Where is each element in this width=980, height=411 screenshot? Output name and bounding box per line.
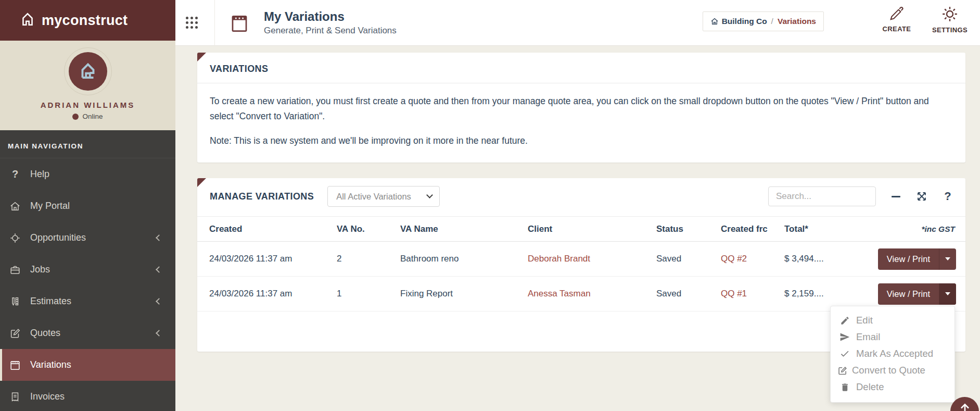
expand-arrows-icon[interactable] bbox=[915, 190, 928, 203]
client-link[interactable]: Anessa Tasman bbox=[528, 289, 591, 298]
menu-item-edit[interactable]: Edit bbox=[831, 312, 954, 329]
col-header-created-from: Created frc bbox=[709, 217, 772, 242]
crosshair-icon bbox=[8, 232, 22, 244]
gear-icon bbox=[940, 5, 959, 23]
settings-label: SETTINGS bbox=[932, 26, 968, 34]
sidebar-item-label: Opportunities bbox=[30, 232, 86, 243]
gst-note: *inc GST bbox=[836, 217, 965, 242]
col-header-created: Created bbox=[197, 217, 325, 242]
table-row: 24/03/2026 11:37 am 2 Bathroom reno Debo… bbox=[197, 242, 965, 277]
sidebar-item-label: Invoices bbox=[30, 391, 65, 402]
help-question-icon[interactable]: ? bbox=[941, 190, 954, 203]
avatar-house-icon bbox=[77, 60, 99, 82]
menu-item-label: Edit bbox=[856, 315, 873, 326]
sidebar-item-estimates[interactable]: Estimates bbox=[0, 285, 175, 317]
apps-grid-icon[interactable] bbox=[186, 17, 198, 29]
caret-down-icon bbox=[945, 257, 950, 260]
created-from-link[interactable]: QQ #2 bbox=[721, 254, 747, 264]
view-print-button: View / Print bbox=[878, 283, 956, 305]
user-panel: ADRIAN WILLIAMS Online bbox=[0, 41, 175, 130]
variations-info-panel: VARIATIONS To create a new variation, yo… bbox=[197, 53, 965, 163]
question-icon: ? bbox=[8, 168, 22, 180]
sidebar-item-invoices[interactable]: Invoices bbox=[0, 381, 175, 411]
cell-va-no: 2 bbox=[325, 242, 388, 277]
cell-status: Saved bbox=[644, 277, 709, 312]
collapse-minus-icon[interactable] bbox=[889, 196, 902, 197]
topbar: My Variations Generate, Print & Send Var… bbox=[175, 0, 980, 46]
create-label: CREATE bbox=[883, 25, 911, 33]
sidebar-item-jobs[interactable]: Jobs bbox=[0, 254, 175, 285]
sidebar-item-variations[interactable]: Variations bbox=[0, 349, 175, 381]
view-print-caret[interactable] bbox=[939, 248, 956, 270]
sidebar-item-quotes[interactable]: Quotes bbox=[0, 317, 175, 349]
view-print-caret[interactable] bbox=[939, 283, 956, 305]
menu-item-label: Email bbox=[856, 331, 880, 343]
sidebar-item-label: My Portal bbox=[30, 201, 70, 211]
view-print-dropdown-menu: Edit Email Mark As Accepted Convert to Q… bbox=[830, 306, 955, 403]
menu-item-label: Mark As Accepted bbox=[856, 348, 933, 359]
chevron-left-icon bbox=[156, 234, 162, 241]
variations-panel-note: Note: This is a new system and we'll be … bbox=[210, 133, 953, 148]
search-input[interactable] bbox=[768, 186, 876, 206]
estimate-ruler-icon bbox=[8, 296, 22, 307]
pencil-icon bbox=[839, 316, 850, 326]
avatar-ring bbox=[64, 47, 112, 95]
cell-total: $ 3,494.... bbox=[772, 242, 836, 277]
menu-item-convert-to-quote[interactable]: Convert to Quote bbox=[831, 362, 954, 379]
col-header-client: Client bbox=[516, 217, 644, 242]
user-name: ADRIAN WILLIAMS bbox=[41, 101, 135, 109]
page-subtitle: Generate, Print & Send Variations bbox=[264, 26, 397, 36]
chevron-left-icon bbox=[156, 330, 162, 337]
user-status: Online bbox=[72, 113, 103, 120]
title-block: My Variations Generate, Print & Send Var… bbox=[264, 9, 397, 36]
cell-va-no: 1 bbox=[325, 277, 388, 312]
cell-va-name: Fixing Report bbox=[388, 277, 516, 312]
brand-logo[interactable]: myconstruct bbox=[0, 0, 175, 41]
nav-section-label: MAIN NAVIGATION bbox=[0, 130, 175, 158]
sidebar-item-opportunities[interactable]: Opportunities bbox=[0, 222, 175, 254]
variations-notepad-icon bbox=[231, 13, 248, 33]
pencil-icon bbox=[888, 5, 906, 22]
create-button[interactable]: CREATE bbox=[875, 5, 919, 33]
created-from-link[interactable]: QQ #1 bbox=[721, 289, 747, 298]
menu-item-label: Delete bbox=[856, 381, 884, 393]
sidebar-item-label: Jobs bbox=[30, 264, 50, 275]
cell-va-name: Bathroom reno bbox=[388, 242, 516, 277]
menu-item-email[interactable]: Email bbox=[831, 329, 954, 345]
topbar-divider bbox=[214, 0, 215, 46]
avatar[interactable] bbox=[69, 52, 107, 91]
view-print-button: View / Print bbox=[878, 248, 956, 270]
user-status-label: Online bbox=[82, 113, 103, 120]
breadcrumb: Building Co / Variations bbox=[703, 11, 824, 31]
main-navigation: MAIN NAVIGATION ? Help My Portal Opportu… bbox=[0, 130, 175, 411]
menu-item-mark-as-accepted[interactable]: Mark As Accepted bbox=[831, 345, 954, 362]
sidebar-item-label: Variations bbox=[30, 359, 71, 370]
variations-notepad-icon bbox=[8, 359, 22, 371]
sidebar-item-help[interactable]: ? Help bbox=[0, 158, 175, 190]
edit-square-icon bbox=[8, 328, 22, 339]
menu-item-delete[interactable]: Delete bbox=[831, 379, 954, 395]
variations-filter-select[interactable]: All Active Variations bbox=[327, 186, 440, 207]
sidebar-item-my-portal[interactable]: My Portal bbox=[0, 190, 175, 222]
col-header-va-name: VA Name bbox=[388, 217, 516, 242]
view-print-label[interactable]: View / Print bbox=[878, 248, 939, 270]
chevron-down-icon bbox=[426, 192, 433, 198]
variations-panel-title: VARIATIONS bbox=[197, 53, 965, 83]
brand-logo-text: myconstruct bbox=[42, 13, 128, 29]
settings-button[interactable]: SETTINGS bbox=[928, 5, 972, 34]
page-title: My Variations bbox=[264, 9, 397, 24]
menu-item-label: Convert to Quote bbox=[852, 365, 925, 376]
cell-created: 24/03/2026 11:37 am bbox=[197, 242, 325, 277]
cell-created: 24/03/2026 11:37 am bbox=[197, 277, 325, 312]
filter-selected-value: All Active Variations bbox=[336, 192, 411, 202]
receipt-icon bbox=[8, 391, 22, 403]
view-print-label[interactable]: View / Print bbox=[878, 283, 939, 305]
home-icon bbox=[8, 201, 22, 212]
breadcrumb-separator: / bbox=[771, 17, 773, 26]
manage-panel-title: MANAGE VARIATIONS bbox=[210, 191, 314, 202]
client-link[interactable]: Deborah Brandt bbox=[528, 254, 590, 264]
breadcrumb-root[interactable]: Building Co bbox=[710, 17, 767, 26]
variations-panel-paragraph: To create a new variation, you must firs… bbox=[210, 94, 953, 124]
caret-down-icon bbox=[945, 292, 950, 295]
variations-table: Created VA No. VA Name Client Status Cre… bbox=[197, 216, 965, 312]
